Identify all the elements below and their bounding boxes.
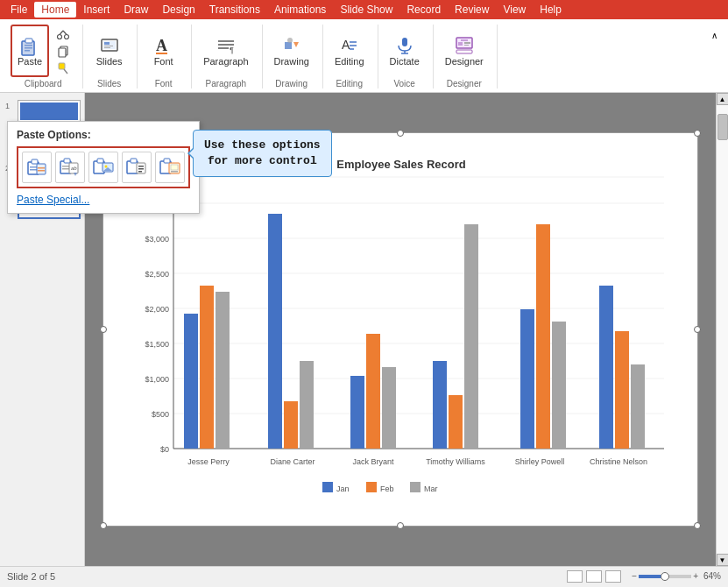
paste-option-source[interactable]: ab [55,152,85,183]
paste-button[interactable]: Paste [11,25,49,77]
bar-diane-mar [300,361,314,449]
bar-jack-jan [350,376,364,449]
bar-christine-mar [631,364,645,449]
paste-icon [19,35,40,56]
paste-label: Paste [18,56,42,67]
paste-option-text-only[interactable] [122,152,152,183]
font-button[interactable]: A Font [145,25,183,77]
handle-tr[interactable] [694,130,701,137]
handle-tm[interactable] [397,130,404,137]
drawing-icon [281,35,302,56]
ribbon-group-designer: Designer Designer [435,25,498,88]
menu-slideshow[interactable]: Slide Show [333,2,399,18]
svg-point-58 [105,166,108,168]
paste-option-embed[interactable] [155,152,185,183]
svg-rect-4 [25,47,32,49]
svg-rect-40 [456,50,472,53]
ribbon-collapse-button[interactable]: ∧ [707,28,721,42]
bar-diane-jan [268,214,282,449]
cut-button[interactable] [51,25,75,41]
bar-jesse-jan [184,314,198,449]
legend-mar-label: Mar [424,484,438,493]
menu-draw[interactable]: Draw [117,2,155,18]
menu-record[interactable]: Record [399,2,448,18]
svg-rect-49 [64,159,70,163]
menu-design[interactable]: Design [155,2,201,18]
menu-help[interactable]: Help [533,2,569,18]
designer-button[interactable]: Designer [439,25,490,77]
legend-feb-box [366,482,377,492]
svg-rect-32 [402,38,407,46]
svg-text:Jack Bryant: Jack Bryant [352,457,394,466]
editing-label: Editing [335,56,364,67]
paragraph-button[interactable]: ¶ Paragraph [197,25,254,77]
menu-home[interactable]: Home [34,2,76,18]
menu-animations[interactable]: Animations [267,2,333,18]
slide-sorter-button[interactable] [586,570,602,583]
scroll-down-button[interactable]: ▼ [717,554,729,566]
bar-jack-feb [366,334,380,449]
zoom-slider[interactable] [639,575,691,578]
ribbon-group-paragraph: ¶ Paragraph Paragraph [194,25,262,88]
legend-mar-box [410,482,421,492]
paste-option-picture[interactable] [88,152,118,183]
scroll-track[interactable] [717,105,729,554]
drawing-button[interactable]: Drawing [268,25,315,77]
slides-button[interactable]: Slides [90,25,129,77]
svg-rect-47 [38,170,45,172]
menu-review[interactable]: Review [448,2,496,18]
scroll-up-button[interactable]: ▲ [717,93,729,105]
svg-point-7 [65,35,69,39]
svg-rect-42 [32,159,38,164]
svg-text:¶: ¶ [230,46,234,54]
svg-rect-64 [138,168,144,170]
handle-bl[interactable] [100,522,107,529]
svg-text:$1,500: $1,500 [145,340,169,349]
callout-bubble: Use these optionsfor more control [193,130,332,177]
svg-text:Christine Nelson: Christine Nelson [590,457,647,466]
handle-mr[interactable] [694,326,701,333]
paste-option-destination[interactable] [22,152,52,183]
normal-view-button[interactable] [567,570,583,583]
dictate-label: Dictate [390,56,420,67]
menu-file[interactable]: File [4,2,34,18]
bar-jesse-mar [216,292,230,449]
menu-view[interactable]: View [496,2,533,18]
paste-special-link[interactable]: Paste Special... [17,194,190,206]
svg-marker-26 [293,42,299,47]
svg-text:$500: $500 [152,410,169,419]
svg-rect-43 [30,166,37,168]
view-controls: − + 64% [567,570,721,583]
editing-button[interactable]: A Editing [329,25,371,77]
svg-rect-63 [138,166,144,167]
legend-jan-box [322,482,333,492]
format-painter-button[interactable] [51,60,75,76]
svg-rect-11 [59,48,66,57]
reading-view-button[interactable] [605,570,621,583]
menu-transitions[interactable]: Transitions [202,2,267,18]
slides-label: Slides [96,56,123,67]
svg-rect-37 [458,42,463,46]
svg-point-6 [58,35,62,39]
svg-rect-65 [138,171,142,173]
paragraph-label: Paragraph [203,56,248,67]
svg-text:$0: $0 [160,445,169,454]
svg-rect-3 [25,45,32,46]
svg-rect-67 [164,159,170,163]
menu-insert[interactable]: Insert [76,2,117,18]
paste-panel: Paste Options: ab [7,121,200,214]
svg-text:Shirley Powell: Shirley Powell [515,457,565,466]
handle-ml[interactable] [100,326,107,333]
handle-bm[interactable] [397,522,404,529]
bar-shirley-mar [552,322,566,449]
svg-rect-45 [37,164,46,174]
svg-rect-39 [464,45,469,46]
copy-button[interactable] [51,43,75,59]
handle-br[interactable] [694,522,701,529]
paste-picture-icon [91,155,116,180]
scroll-thumb[interactable] [717,114,728,140]
slide-info: Slide 2 of 5 [7,571,55,582]
dictate-button[interactable]: Dictate [384,25,426,77]
editing-group-label: Editing [336,79,363,88]
ribbon-group-drawing: Drawing Drawing [265,25,323,88]
